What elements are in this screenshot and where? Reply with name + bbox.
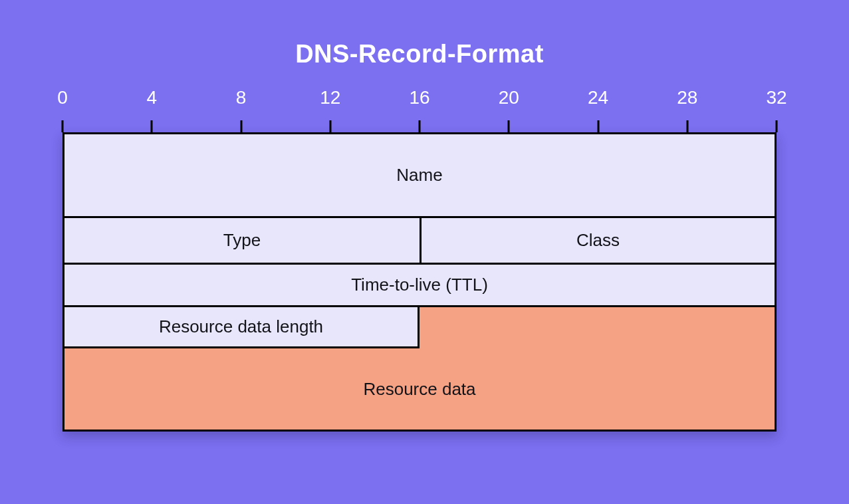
ruler-tick-0: 0 — [57, 87, 68, 108]
field-name: Name — [64, 132, 775, 216]
ruler-tick-32: 32 — [766, 87, 787, 108]
bit-ruler: 0 4 8 12 16 20 24 28 32 — [62, 87, 777, 132]
field-ttl: Time-to-live (TTL) — [64, 263, 775, 305]
ruler-tick-8: 8 — [236, 87, 247, 108]
field-type: Type — [64, 216, 420, 263]
field-rdata: Resource data — [64, 348, 775, 430]
ruler-tick-16: 16 — [409, 87, 429, 108]
ruler-tick-28: 28 — [677, 87, 697, 108]
ruler-tick-4: 4 — [146, 87, 157, 108]
row-rdlength: Resource data length — [64, 305, 775, 348]
diagram-title: DNS-Record-Format — [62, 40, 777, 68]
row-type-class: Type Class — [64, 216, 775, 263]
ruler-tick-marks — [62, 120, 777, 132]
row-ttl: Time-to-live (TTL) — [64, 263, 775, 305]
ruler-tick-20: 20 — [499, 87, 519, 108]
diagram-container: DNS-Record-Format 0 4 8 12 16 20 24 28 3… — [62, 40, 777, 432]
record-grid: Name Type Class Time-to-live (TTL) Resou… — [62, 132, 777, 432]
ruler-tick-12: 12 — [320, 87, 340, 108]
field-class: Class — [420, 216, 775, 263]
row-name: Name — [64, 132, 775, 216]
ruler-tick-24: 24 — [588, 87, 608, 108]
field-rdata-upper — [420, 305, 775, 348]
field-rdlength: Resource data length — [64, 305, 420, 348]
